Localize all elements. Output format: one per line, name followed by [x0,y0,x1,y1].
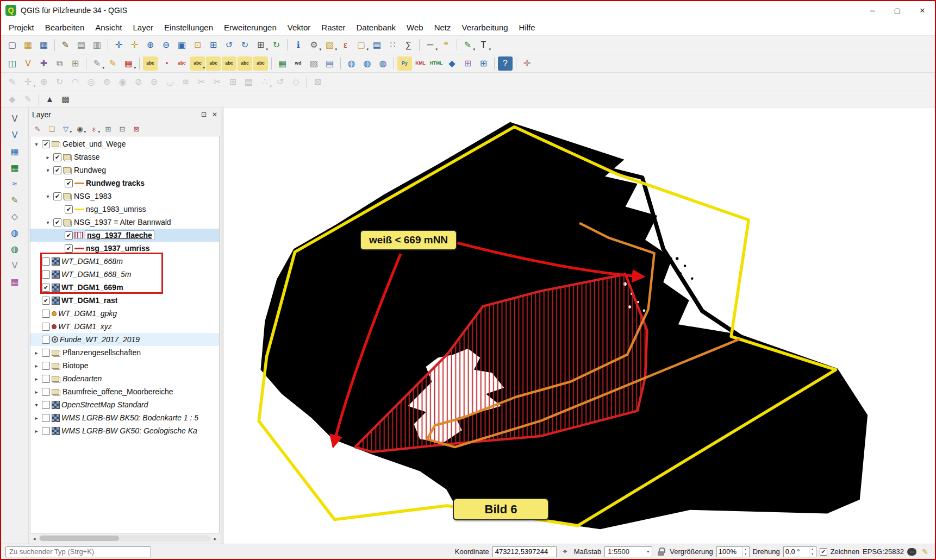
layer-labeling-options-icon[interactable]: abc [143,56,158,71]
table-plugin-icon[interactable]: ⊞ [476,56,491,71]
layer-panel-hscrollbar[interactable]: ◂ ▸ [30,534,220,543]
render-checkbox[interactable]: ✔ [820,548,827,556]
add-wfs-layer-icon[interactable]: V [8,259,22,273]
layer-item-nsg-1937-alter-bannwald[interactable]: ▾✔NSG_1937 = Alter Bannwald [30,216,219,229]
expand-arrow-icon[interactable]: ▸ [33,350,40,356]
web-tool-icon[interactable]: ◆ [445,56,459,71]
layer-diagram-options-icon[interactable]: ◔ [159,56,173,71]
close-button[interactable]: ✕ [910,1,935,20]
layer-item-nsg-1937-flaeche[interactable]: ✔nsg_1937_flaeche [30,229,219,242]
spin-buttons[interactable]: ▴▾ [809,547,816,557]
layer-visibility-checkbox[interactable]: ✔ [42,140,50,148]
new-print-layout-icon[interactable]: ▤ [74,38,89,52]
pan-to-selection-icon[interactable]: ✛ [127,38,142,52]
layer-visibility-checkbox[interactable]: ✔ [53,153,61,161]
add-group-icon[interactable]: ❏ [46,123,58,135]
new-project-icon[interactable]: ▢ [5,38,20,52]
zoom-to-layer-icon[interactable]: ⊞ [206,38,221,52]
statistical-summary-icon[interactable]: ∑ [401,38,416,52]
text-annotation-icon[interactable]: T▾ [476,38,491,52]
scroll-left-icon[interactable]: ◂ [30,536,39,542]
open-project-icon[interactable]: ▦ [21,38,35,52]
layer-visibility-checkbox[interactable]: ✔ [65,205,73,213]
layer-item-nsg-1983[interactable]: ▾✔NSG_1983 [30,190,219,203]
layer-item-wms-lgrb-bw-gk50-geologische-ka[interactable]: ▸WMS LGRB-BW GK50: Geologische Ka [30,424,219,437]
data-source-manager-icon[interactable]: V [8,112,22,126]
wd-tool-icon[interactable]: wd [291,56,305,71]
scroll-right-icon[interactable]: ▸ [211,536,220,542]
menu-erweiterungen[interactable]: Erweiterungen [219,20,282,36]
layer-visibility-checkbox[interactable]: ✔ [53,192,61,200]
grid-plugin-icon[interactable]: ⊞ [460,56,475,71]
save-project-icon[interactable]: ▦ [36,38,51,52]
rotate-label-icon[interactable]: abc [238,56,252,71]
remove-layer-icon[interactable]: ⊠ [130,123,142,135]
layer-visibility-checkbox[interactable]: ✔ [53,218,61,226]
menu-web[interactable]: Web [401,20,429,36]
raster-paint-icon[interactable]: ▩ [58,92,73,106]
style-manager-icon[interactable]: ✎ [58,38,73,52]
toggle-editing-icon[interactable]: ✎ [105,56,120,71]
layer-item-funde-wt-2017-2019[interactable]: Funde_WT_2017_2019 [30,333,219,346]
layout-manager-icon[interactable]: ▥ [90,38,104,52]
layer-item-wt-dgm1-rast[interactable]: ✔WT_DGM1_rast [30,294,219,307]
open-attribute-table-icon[interactable]: ▤ [370,38,384,52]
layer-visibility-checkbox[interactable] [42,388,50,396]
new-shapefile-layer-icon[interactable]: V [21,56,35,71]
new-geopackage-layer-icon[interactable]: ◫ [5,56,20,71]
extents-toggle-icon[interactable]: ⌖ [560,546,571,557]
html-tools-icon[interactable]: HTML [429,56,444,71]
layer-visibility-checkbox[interactable] [42,375,50,383]
map-tips-icon[interactable]: ❝ [439,38,453,52]
move-label-icon[interactable]: abc [222,56,236,71]
globe-search-icon[interactable]: ◍ [376,56,390,71]
collapse-arrow-icon[interactable]: ▾ [44,193,52,199]
spin-buttons[interactable]: ▴▾ [742,547,749,557]
layer-item-rundweg-tracks[interactable]: ✔Rundweg tracks [30,177,219,190]
maximize-button[interactable]: ▢ [885,1,910,20]
field-calculator-icon[interactable]: ∷ [385,38,400,52]
image-viewer-icon[interactable]: ▨ [307,56,321,71]
filter-by-expression-icon[interactable]: ε▾ [88,123,100,135]
layer-item-pflanzengesellschaften[interactable]: ▸Pflanzengesellschaften [30,346,219,359]
highlight-pinned-labels-icon[interactable]: abc [174,56,189,71]
add-wcs-layer-icon[interactable]: ◍ [8,242,22,256]
expand-arrow-icon[interactable]: ▸ [33,389,40,395]
lock-scale-icon[interactable] [656,546,666,557]
spin-down-icon[interactable]: ▾ [809,552,816,557]
layer-item-wt-dgm1-gpkg[interactable]: WT_DGM1_gpkg [30,307,219,320]
new-map-view-icon[interactable]: ⊞▾ [253,38,268,52]
map-canvas[interactable] [223,108,935,544]
add-vector-layer-icon[interactable]: V [8,128,22,142]
new-temporary-scratch-layer-icon[interactable]: ✚ [36,56,51,71]
layer-visibility-checkbox[interactable] [42,414,50,422]
messages-icon[interactable]: ⋯ [907,548,916,556]
expand-arrow-icon[interactable]: ▸ [33,415,40,421]
zoom-in-icon[interactable]: ⊕ [143,38,158,52]
add-raster-layer-icon[interactable]: ▦ [8,144,22,159]
spin-up-icon[interactable]: ▴ [809,547,816,552]
raster-calculator-icon[interactable]: ▦ [275,56,290,71]
spin-up-icon[interactable]: ▴ [742,547,749,552]
layer-visibility-checkbox[interactable] [42,257,50,266]
collapse-arrow-icon[interactable]: ▾ [44,219,52,225]
menu-einstellungen[interactable]: Einstellungen [159,20,219,36]
spin-down-icon[interactable]: ▾ [742,552,749,557]
web-globe-icon[interactable]: ◍ [360,56,375,71]
metasearch-globe-icon[interactable]: ◍ [344,56,359,71]
zoom-out-icon[interactable]: ⊖ [159,38,173,52]
python-console-icon[interactable]: Py [397,56,412,71]
help-contents-icon[interactable]: ? [498,56,513,71]
coordinate-input[interactable] [492,546,557,557]
expand-arrow-icon[interactable]: ▸ [33,363,40,369]
crs-indicator[interactable]: EPSG:25832 [863,548,904,556]
layer-visibility-checkbox[interactable] [42,336,50,344]
scrollbar-thumb[interactable] [40,536,119,541]
save-layer-edits-icon[interactable]: ▦▾ [121,56,136,71]
georeferencer-icon[interactable]: ⊞ [68,56,83,71]
layer-item-wt-dgm1-669m[interactable]: ✔WT_DGM1_669m [30,281,219,294]
layer-item-bodenarten[interactable]: ▸Bodenarten [30,372,219,385]
zoom-last-icon[interactable]: ↺ [222,38,236,52]
menu-verarbeitung[interactable]: Verarbeitung [457,20,514,36]
new-virtual-layer-icon[interactable]: ⧉ [52,56,67,71]
